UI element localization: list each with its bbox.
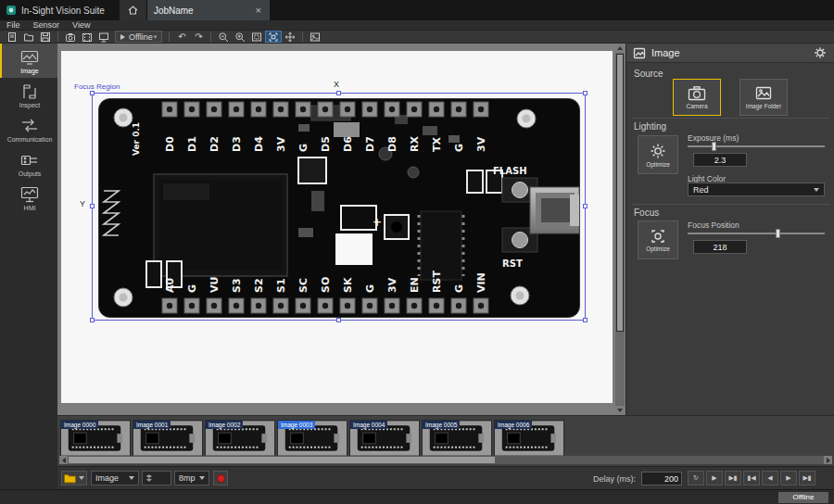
filmstrip-thumbnail[interactable]: Image 0000 xyxy=(60,420,131,457)
first-frame-button[interactable]: ▮◀ xyxy=(743,471,760,485)
display-button[interactable] xyxy=(95,31,112,43)
pin-label: EN xyxy=(409,277,421,293)
slider-handle[interactable] xyxy=(712,142,716,151)
source-camera-button[interactable]: Camera xyxy=(673,79,721,116)
resolution-value: 8mp xyxy=(179,473,196,483)
sidebar-item-image[interactable]: Image xyxy=(0,44,57,78)
region-handle[interactable] xyxy=(90,318,95,322)
horizontal-scrollbar[interactable] xyxy=(59,456,832,464)
thumbnail-label: Image 0002 xyxy=(206,421,243,429)
vertical-scrollbar[interactable] xyxy=(615,44,625,415)
panel-header: Image xyxy=(626,44,834,63)
save-job-button[interactable] xyxy=(37,31,54,43)
resolution-dropdown[interactable]: 8mp xyxy=(174,471,209,485)
slider-track xyxy=(688,145,825,147)
pin-label: SK xyxy=(342,277,354,293)
sidebar-item-inspect[interactable]: Inspect xyxy=(0,78,57,112)
camera-trigger-button[interactable] xyxy=(62,31,79,43)
pin-label: G xyxy=(364,284,376,293)
sidebar-item-label: Communication xyxy=(7,136,53,143)
filmstrip-thumbnail[interactable]: Image 0002 xyxy=(205,420,275,457)
play-button[interactable]: ▶ xyxy=(706,471,723,485)
redo-button[interactable]: ↷ xyxy=(190,31,207,43)
acquired-image-canvas[interactable]: Focus Region X Y xyxy=(61,51,613,403)
zoom-in-button[interactable] xyxy=(232,31,248,43)
pin-hole xyxy=(234,107,239,112)
pan-button[interactable] xyxy=(282,31,298,43)
light-color-dropdown[interactable]: Red xyxy=(688,183,825,196)
pin-label: D8 xyxy=(386,136,398,152)
scrollbar-thumb[interactable] xyxy=(69,457,495,463)
scroll-down-button[interactable] xyxy=(615,406,625,415)
thumbnail-label: Image 0006 xyxy=(495,421,532,429)
image-display-button[interactable] xyxy=(307,31,323,43)
undo-button[interactable]: ↶ xyxy=(173,31,190,43)
focus-position-slider[interactable] xyxy=(688,229,825,238)
source-image-folder-button[interactable]: Image Folder xyxy=(739,79,788,116)
next-frame-button[interactable]: ▶ xyxy=(780,471,797,485)
status-offline-button[interactable]: Offline xyxy=(778,492,828,503)
scrollbar-thumb[interactable] xyxy=(616,54,624,332)
zoom-actual-button[interactable] xyxy=(248,31,265,43)
pin-label: 3V xyxy=(475,136,487,152)
loop-button[interactable]: ↻ xyxy=(688,471,704,485)
scroll-up-button[interactable] xyxy=(615,44,625,53)
sidebar-item-hmi[interactable]: HMI xyxy=(0,181,57,215)
lighting-optimize-button[interactable]: Optimize xyxy=(638,135,678,174)
region-handle[interactable] xyxy=(336,318,341,322)
tab-home[interactable] xyxy=(120,0,147,20)
playback-bar: Image 7 8mp Delay (ms): ↻▶▶▮▮◀◀▶▶▮ xyxy=(57,466,834,489)
filmstrip-thumbnail[interactable]: Image 0004 xyxy=(349,420,420,457)
record-sequence-button[interactable] xyxy=(79,31,95,43)
filmstrip-thumbnail[interactable]: Image 0006 xyxy=(494,420,564,457)
last-frame-button[interactable]: ▶▮ xyxy=(799,471,815,485)
slider-handle[interactable] xyxy=(776,229,780,238)
menu-view[interactable]: View xyxy=(66,20,96,30)
focus-optimize-button[interactable]: Optimize xyxy=(638,220,678,259)
step-forward-button[interactable]: ▶▮ xyxy=(725,471,741,485)
pin-label: G xyxy=(186,284,198,293)
menu-file[interactable]: File xyxy=(0,20,27,30)
frame-number-spinner[interactable]: 7 xyxy=(142,471,171,485)
scroll-left-button[interactable] xyxy=(59,456,68,464)
delay-input[interactable] xyxy=(641,472,682,485)
previous-frame-button[interactable]: ◀ xyxy=(762,471,778,485)
playback-source-dropdown[interactable]: Image xyxy=(91,471,139,485)
sidebar-item-outputs[interactable]: Outputs xyxy=(0,146,57,181)
exposure-slider[interactable] xyxy=(688,142,825,151)
region-handle[interactable] xyxy=(336,91,341,95)
region-handle[interactable] xyxy=(90,91,95,95)
close-icon[interactable]: × xyxy=(253,5,262,16)
region-handle[interactable] xyxy=(90,204,95,208)
new-job-button[interactable] xyxy=(4,31,20,43)
app-window: In-Sight Vision Suite JobName × File Sen… xyxy=(0,0,834,504)
region-handle[interactable] xyxy=(583,318,588,322)
region-handle[interactable] xyxy=(583,204,588,208)
scroll-right-button[interactable] xyxy=(824,456,832,464)
sidebar-item-communication[interactable]: Communication xyxy=(0,112,57,146)
region-handle[interactable] xyxy=(583,91,588,95)
source-section-label: Source xyxy=(634,69,663,79)
pin-hole xyxy=(189,107,195,112)
record-button[interactable] xyxy=(213,471,228,485)
chevron-down-icon xyxy=(129,476,134,480)
focus-position-value-input[interactable] xyxy=(693,240,747,254)
open-job-button[interactable] xyxy=(20,31,37,43)
section-divider xyxy=(632,118,829,119)
sidebar-item-label: Inspect xyxy=(19,102,41,108)
filmstrip-thumbnail[interactable]: Image 0001 xyxy=(133,420,203,457)
tab-job[interactable]: JobName × xyxy=(147,0,270,20)
status-bar: Offline xyxy=(0,489,834,504)
pin-hole xyxy=(256,107,261,112)
gear-icon[interactable] xyxy=(814,46,827,59)
filmstrip-thumbnail[interactable]: Image 0003 xyxy=(277,420,348,457)
exposure-value-input[interactable] xyxy=(693,153,747,167)
pin-label: G xyxy=(453,144,465,152)
zoom-fit-button[interactable] xyxy=(265,31,282,43)
image-source-folder-button[interactable] xyxy=(61,471,87,485)
menu-sensor[interactable]: Sensor xyxy=(27,20,67,30)
spinner-arrows[interactable] xyxy=(146,474,152,482)
run-mode-dropdown[interactable]: Offline ▾ xyxy=(115,31,162,43)
filmstrip-thumbnail[interactable]: Image 0005 xyxy=(422,420,492,457)
zoom-out-button[interactable] xyxy=(215,31,232,43)
